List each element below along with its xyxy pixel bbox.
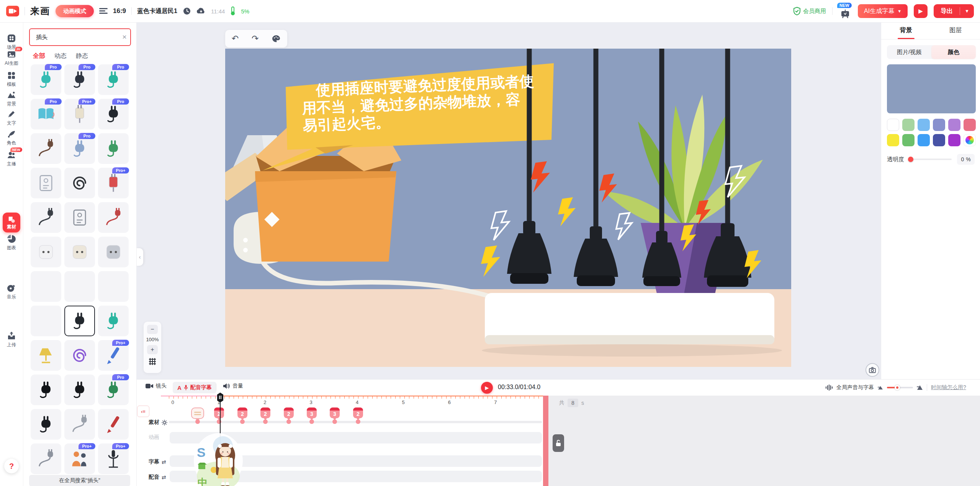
subtitle-marker[interactable]: 3 (307, 407, 317, 418)
asset-tile-cable-pair[interactable] (31, 443, 61, 474)
asset-tile-socket-round[interactable] (98, 237, 129, 267)
asset-tile-empty[interactable] (64, 271, 95, 302)
zoom-out-button[interactable]: − (147, 325, 158, 334)
marker-dot[interactable] (309, 419, 314, 424)
sidebar-item-ai-image[interactable]: AIAI生图 (0, 50, 23, 67)
asset-tile-plug-green[interactable]: Pro (98, 375, 129, 405)
asset-tile-book-cable[interactable]: Pro (31, 99, 61, 129)
marker-dot[interactable] (356, 419, 360, 424)
scene-thumb-marker[interactable] (191, 407, 204, 419)
color-swatch[interactable] (887, 119, 899, 131)
asset-tile-white-charger[interactable]: Pro+ (64, 99, 95, 129)
asset-tile-cord-red[interactable] (98, 202, 129, 233)
dub-subtitle-button[interactable]: A 配音字幕 (173, 382, 216, 393)
asset-tile-plug-teal-cable[interactable]: Pro (98, 64, 129, 95)
segment-color[interactable]: 颜色 (931, 45, 976, 59)
color-swatch[interactable] (902, 119, 915, 131)
color-swatch[interactable] (933, 134, 945, 146)
history-clock-icon[interactable] (183, 7, 191, 15)
asset-tile-plug-blue[interactable]: Pro (64, 133, 95, 164)
asset-tile-mic-stand[interactable]: Pro+ (98, 443, 129, 474)
asset-tile-plug-sprout[interactable] (98, 133, 129, 164)
asset-tile-plug-angled[interactable] (64, 375, 95, 405)
color-swatch[interactable] (948, 134, 960, 146)
document-title[interactable]: 蓝色卡通居民1 (137, 7, 177, 15)
undo-button[interactable]: ↶ (232, 34, 239, 44)
asset-tile-plug-teal2[interactable] (98, 306, 129, 336)
playhead-handle[interactable] (217, 393, 223, 403)
tab-layers[interactable]: 图层 (931, 22, 980, 39)
marker-dot[interactable] (332, 419, 337, 424)
global-search-button[interactable]: 在全局搜索“插头” (29, 475, 130, 486)
asset-tile-outlet-diagram[interactable] (31, 168, 61, 198)
marker-dot[interactable] (263, 419, 268, 424)
sidebar-item-chart[interactable]: 图表 (0, 234, 23, 251)
snapshot-button[interactable] (865, 363, 879, 377)
animation-mode-pill[interactable]: 动画模式 (56, 5, 94, 17)
asset-tile-cord-black[interactable] (31, 202, 61, 233)
asset-tile-empty[interactable] (31, 306, 61, 336)
asset-tile-socket-cream[interactable] (64, 237, 95, 267)
preview-play-button[interactable]: ▶ (914, 4, 928, 18)
duration-value[interactable]: 8 (568, 399, 578, 407)
asset-tile-charger-red[interactable]: Pro+ (98, 168, 129, 198)
asset-tab-动态[interactable]: 动态 (54, 52, 67, 60)
sidebar-item-anchor[interactable]: NEW主播 (0, 151, 23, 167)
sidebar-item-upload[interactable]: 上传 (0, 331, 23, 348)
lock-button[interactable] (553, 434, 564, 452)
subtitle-marker[interactable]: 2 (284, 407, 294, 418)
scene-canvas[interactable]: 使用插座时要避免过度使用或者使 用不当，避免过多的杂物堆放，容 易引起火宅。 (225, 49, 791, 367)
collapse-tracks-button[interactable]: ‹≡ (137, 406, 149, 417)
sidebar-item-music[interactable]: 音乐 (0, 283, 23, 300)
asset-tile-coiled-cable[interactable] (64, 168, 95, 198)
marker-dot[interactable] (195, 419, 200, 424)
subtitle-marker[interactable]: 2 (260, 407, 270, 418)
timeline-end-bar[interactable] (543, 396, 548, 486)
export-button[interactable]: 导出▼ (934, 4, 974, 18)
color-swatch[interactable] (902, 134, 915, 146)
color-swatch[interactable] (918, 134, 930, 146)
scene-list-icon[interactable] (99, 8, 108, 14)
sidebar-item-text[interactable]: 文字 (0, 110, 23, 126)
global-audio-label[interactable]: 全局声音与字幕 (836, 384, 874, 391)
shortcut-robot-icon[interactable]: NEW (839, 3, 852, 20)
shot-button[interactable]: 镜头 (146, 383, 167, 389)
search-input[interactable] (35, 34, 119, 41)
asset-tile-outlet-gray[interactable] (64, 202, 95, 233)
color-swatch[interactable] (887, 134, 899, 146)
segment-image-video[interactable]: 图片/视频 (887, 45, 931, 59)
asset-tile-pen-blue[interactable]: Pro+ (98, 340, 129, 371)
sidebar-item-role[interactable]: 角色 (0, 129, 23, 146)
mascot-sticker[interactable]: S 中 (193, 433, 244, 486)
asset-tile-plug-selected[interactable] (64, 306, 95, 336)
asset-tab-全部[interactable]: 全部 (33, 52, 45, 60)
grid-toggle-button[interactable] (149, 358, 156, 365)
timeline-zoom-slider[interactable] (887, 387, 913, 388)
asset-tile-empty[interactable] (98, 271, 129, 302)
palette-button[interactable] (272, 34, 281, 43)
help-button[interactable]: ? (4, 459, 19, 473)
asset-tile-wire-purple[interactable] (64, 340, 95, 371)
sidebar-item-template[interactable]: 模板 (0, 71, 23, 88)
caption-text[interactable]: 使用插座时要避免过度使用或者使 用不当，避免过多的杂物堆放，容 易引起火宅。 (301, 72, 552, 135)
asset-tab-静态[interactable]: 静态 (76, 52, 88, 60)
subtitle-marker[interactable]: 2 (353, 407, 363, 418)
asset-tile-plug-silhouette[interactable] (31, 375, 61, 405)
cloud-sync-icon[interactable] (196, 7, 206, 15)
asset-tile-cable-gray[interactable] (64, 409, 95, 440)
opacity-slider[interactable] (909, 159, 952, 160)
marker-dot[interactable] (240, 419, 245, 424)
subtitle-marker[interactable]: 2 (237, 407, 247, 418)
marker-dot[interactable] (286, 419, 291, 424)
panel-collapse-handle[interactable]: ‹ (136, 248, 143, 266)
clear-search-icon[interactable]: ✕ (119, 34, 130, 41)
color-swatch[interactable] (948, 119, 960, 131)
app-logo-icon[interactable] (6, 6, 19, 16)
timeline-help-link[interactable]: 时间轴怎么用? (931, 384, 966, 391)
asset-tile-plug-teal[interactable]: Pro (31, 64, 61, 95)
asset-tile-tool-red[interactable] (98, 409, 129, 440)
marker-dot[interactable] (217, 419, 221, 424)
asset-tile-plug-dark[interactable]: Pro (64, 64, 95, 95)
aspect-ratio[interactable]: 16:9 (113, 7, 126, 15)
color-wheel-swatch[interactable] (964, 134, 976, 146)
